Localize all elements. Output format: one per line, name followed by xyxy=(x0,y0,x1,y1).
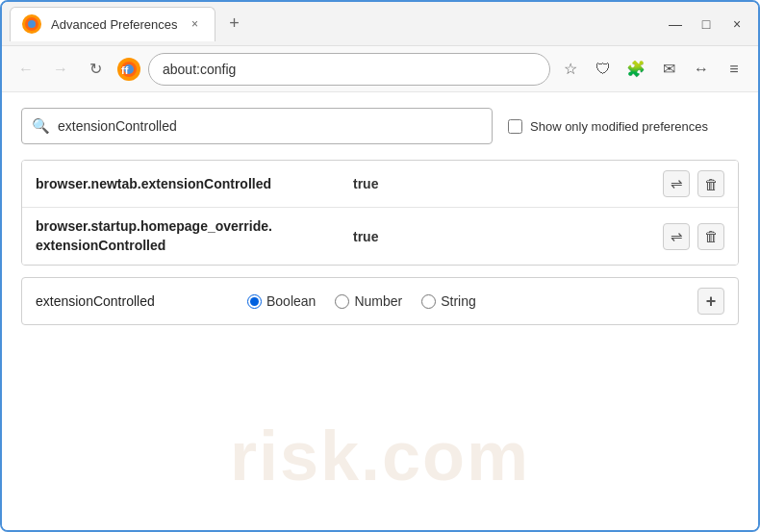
pref-value-1: true xyxy=(353,176,663,191)
maximize-button[interactable]: □ xyxy=(693,11,720,38)
minimize-button[interactable]: — xyxy=(662,11,689,38)
tab-favicon xyxy=(20,13,43,36)
pref-actions-1: ⇌ 🗑 xyxy=(663,170,724,197)
add-preference-row: extensionControlled Boolean Number Strin… xyxy=(21,277,739,325)
menu-button[interactable]: ≡ xyxy=(720,55,748,84)
string-label: String xyxy=(441,293,476,309)
forward-button[interactable]: → xyxy=(46,55,75,84)
search-input[interactable] xyxy=(58,118,482,134)
tab-title: Advanced Preferences xyxy=(51,17,178,32)
type-number[interactable]: Number xyxy=(335,293,402,309)
number-label: Number xyxy=(354,293,402,309)
delete-button-1[interactable]: 🗑 xyxy=(697,170,724,197)
extension-button[interactable]: 🧩 xyxy=(621,55,650,84)
show-modified-checkbox[interactable] xyxy=(508,119,522,134)
add-pref-name: extensionControlled xyxy=(36,293,247,309)
type-options: Boolean Number String xyxy=(247,293,697,309)
table-row: browser.newtab.extensionControlled true … xyxy=(22,161,738,208)
address-text: about:config xyxy=(163,62,236,77)
delete-button-2[interactable]: 🗑 xyxy=(697,223,724,250)
pref-actions-2: ⇌ 🗑 xyxy=(663,223,724,250)
watermark: risk.com xyxy=(230,417,530,495)
address-bar[interactable]: about:config xyxy=(148,53,550,86)
table-row: browser.startup.homepage_override.extens… xyxy=(22,208,738,265)
new-tab-button[interactable]: + xyxy=(221,11,248,38)
svg-text:ff: ff xyxy=(121,64,129,76)
search-icon: 🔍 xyxy=(32,117,50,135)
close-button[interactable]: × xyxy=(723,11,750,38)
search-row: 🔍 Show only modified preferences xyxy=(21,108,739,144)
reload-button[interactable]: ↻ xyxy=(81,55,110,84)
svg-point-2 xyxy=(28,20,36,28)
toggle-button-1[interactable]: ⇌ xyxy=(663,170,690,197)
results-table: browser.newtab.extensionControlled true … xyxy=(21,160,739,266)
pref-value-2: true xyxy=(353,229,663,244)
nav-icons: ☆ 🛡 🧩 ✉ ↔ ≡ xyxy=(556,55,748,84)
tab-close-button[interactable]: × xyxy=(186,14,205,34)
main-content: risk.com 🔍 Show only modified preference… xyxy=(2,92,758,532)
boolean-label: Boolean xyxy=(266,293,316,309)
pref-name-1: browser.newtab.extensionControlled xyxy=(36,176,353,191)
sync-button[interactable]: ↔ xyxy=(687,55,716,84)
profile-button[interactable]: ✉ xyxy=(654,55,683,84)
pref-name-2: browser.startup.homepage_override.extens… xyxy=(36,217,353,255)
nav-bar: ← → ↻ ff about:config ☆ 🛡 🧩 ✉ ↔ ≡ xyxy=(2,46,758,92)
show-modified-label: Show only modified preferences xyxy=(530,119,708,134)
preference-search-box[interactable]: 🔍 xyxy=(21,108,493,144)
type-string[interactable]: String xyxy=(421,293,476,309)
radio-number[interactable] xyxy=(335,294,349,309)
radio-string[interactable] xyxy=(421,294,436,309)
window-controls: — □ × xyxy=(662,11,750,38)
firefox-logo: ff xyxy=(115,56,142,83)
toggle-button-2[interactable]: ⇌ xyxy=(663,223,690,250)
title-bar: Advanced Preferences × + — □ × xyxy=(2,2,758,46)
radio-boolean[interactable] xyxy=(247,294,262,309)
back-button[interactable]: ← xyxy=(12,55,40,84)
add-preference-button[interactable]: + xyxy=(697,288,724,315)
browser-tab[interactable]: Advanced Preferences × xyxy=(10,7,215,41)
show-modified-option: Show only modified preferences xyxy=(508,119,708,134)
shield-button[interactable]: 🛡 xyxy=(589,55,618,84)
bookmark-button[interactable]: ☆ xyxy=(556,55,585,84)
type-boolean[interactable]: Boolean xyxy=(247,293,316,309)
